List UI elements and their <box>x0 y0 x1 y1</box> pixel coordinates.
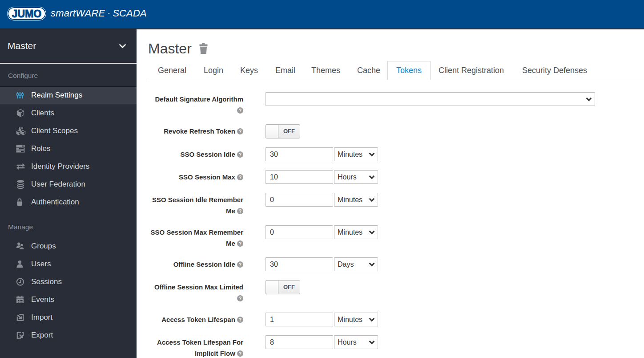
svg-text:?: ? <box>239 152 242 157</box>
svg-text:?: ? <box>239 351 242 356</box>
svg-text:?: ? <box>239 262 242 267</box>
svg-text:?: ? <box>239 317 242 322</box>
svg-text:?: ? <box>239 129 242 134</box>
svg-text:?: ? <box>239 296 242 301</box>
svg-text:?: ? <box>239 175 242 179</box>
svg-text:?: ? <box>239 241 242 246</box>
svg-text:?: ? <box>239 108 242 113</box>
svg-text:?: ? <box>239 208 242 213</box>
